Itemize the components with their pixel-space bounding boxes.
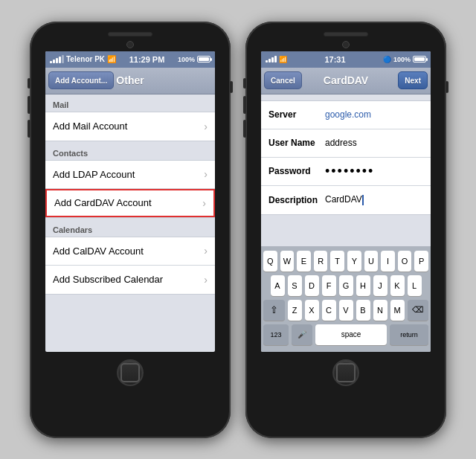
speaker-2 [324, 32, 368, 36]
server-row[interactable]: Server google.com [261, 101, 431, 129]
password-label: Password [268, 166, 325, 176]
key-j[interactable]: J [373, 275, 387, 296]
speaker-1 [108, 32, 152, 36]
key-q[interactable]: Q [263, 251, 277, 272]
password-row[interactable]: Password •••••••• [261, 158, 431, 186]
battery-pct-1: 100% [178, 56, 195, 63]
key-g[interactable]: G [339, 275, 353, 296]
key-n[interactable]: N [373, 300, 387, 321]
key-i[interactable]: I [381, 251, 395, 272]
key-l[interactable]: L [408, 275, 422, 296]
server-label: Server [268, 109, 325, 120]
description-row[interactable]: Description CardDAV [261, 186, 431, 214]
camera-1 [126, 41, 134, 48]
carddav-form: Server google.com User Name address Pass… [261, 94, 431, 227]
key-u[interactable]: U [364, 251, 379, 272]
time-1: 11:29 PM [129, 55, 165, 64]
section-label-contacts: Contacts [45, 143, 215, 160]
keyboard-row-4: 123 🎤 space return [263, 324, 428, 345]
carrier-1: Telenor PK [66, 55, 105, 63]
key-a[interactable]: A [271, 275, 285, 296]
username-label: User Name [268, 138, 325, 148]
key-y[interactable]: Y [347, 251, 361, 272]
password-value: •••••••• [325, 164, 423, 179]
nav-title-1: Other [116, 74, 144, 86]
key-p[interactable]: P [414, 251, 428, 272]
key-t[interactable]: T [330, 251, 344, 272]
key-b[interactable]: B [356, 300, 370, 321]
key-e[interactable]: E [297, 251, 311, 272]
phone-2: 📶 17:31 🔵 100% Cancel CardDAV Next [245, 22, 446, 438]
key-f[interactable]: F [322, 275, 336, 296]
chevron-icon-subscribed: › [204, 274, 208, 286]
username-value: address [325, 138, 423, 148]
space-key[interactable]: space [315, 324, 387, 345]
key-o[interactable]: O [398, 251, 412, 272]
server-value: google.com [325, 109, 423, 120]
chevron-icon-carddav: › [202, 197, 206, 209]
keyboard-row-3: ⇧ Z X C V B N M ⌫ [263, 300, 428, 321]
key-z[interactable]: Z [288, 300, 302, 321]
home-button-2[interactable] [332, 359, 359, 386]
contacts-group: Add LDAP Account › Add CardDAV Account › [45, 160, 215, 218]
time-2: 17:31 [324, 55, 345, 64]
screen-2: 📶 17:31 🔵 100% Cancel CardDAV Next [261, 51, 431, 352]
key-d[interactable]: D [305, 275, 319, 296]
description-value: CardDAV [325, 194, 423, 205]
key-w[interactable]: W [280, 251, 295, 272]
keyboard: Q W E R T Y U I O P A S D F G [261, 246, 431, 352]
section-label-calendars: Calendars [45, 219, 215, 237]
camera-2 [342, 41, 350, 48]
username-row[interactable]: User Name address [261, 129, 431, 158]
calendars-group: Add CalDAV Account › Add Subscribed Cale… [45, 237, 215, 295]
key-v[interactable]: V [339, 300, 353, 321]
section-label-mail: Mail [45, 94, 215, 112]
phone-1: Telenor PK 📶 11:29 PM 100% Add Account..… [30, 22, 231, 438]
nav-bar-2: Cancel CardDAV Next [261, 68, 431, 94]
key-h[interactable]: H [356, 275, 370, 296]
mail-group: Add Mail Account › [45, 112, 215, 141]
mic-key[interactable]: 🎤 [292, 324, 312, 345]
delete-key[interactable]: ⌫ [408, 300, 429, 321]
home-button-1[interactable] [117, 359, 144, 386]
chevron-icon-caldav: › [204, 245, 208, 257]
key-x[interactable]: X [305, 300, 319, 321]
status-bar-1: Telenor PK 📶 11:29 PM 100% [45, 51, 215, 68]
add-subscribed-item[interactable]: Add Subscribed Calendar › [45, 266, 215, 294]
description-label: Description [268, 195, 325, 205]
keyboard-row-1: Q W E R T Y U I O P [263, 251, 428, 272]
key-m[interactable]: M [390, 300, 405, 321]
settings-list-1: Mail Add Mail Account › Contacts Add LDA… [45, 94, 215, 296]
back-button-1[interactable]: Add Account... [48, 71, 114, 89]
chevron-icon-ldap: › [204, 168, 208, 180]
add-ldap-item[interactable]: Add LDAP Account › [45, 161, 215, 189]
add-mail-account-item[interactable]: Add Mail Account › [45, 112, 215, 141]
numbers-key[interactable]: 123 [263, 324, 289, 345]
text-cursor [362, 195, 364, 205]
chevron-icon: › [204, 121, 208, 132]
next-button[interactable]: Next [398, 71, 428, 89]
battery-pct-2: 100% [393, 56, 411, 63]
return-key[interactable]: return [390, 324, 428, 345]
nav-title-2: CardDAV [324, 74, 368, 86]
key-k[interactable]: K [390, 275, 405, 296]
screen-1: Telenor PK 📶 11:29 PM 100% Add Account..… [45, 51, 215, 352]
add-carddav-item[interactable]: Add CardDAV Account › [45, 189, 215, 217]
key-s[interactable]: S [288, 275, 302, 296]
add-caldav-item[interactable]: Add CalDAV Account › [45, 237, 215, 266]
cancel-button[interactable]: Cancel [264, 71, 302, 89]
nav-bar-1: Add Account... Other [45, 68, 215, 94]
keyboard-row-2: A S D F G H J K L [263, 275, 428, 296]
key-c[interactable]: C [322, 300, 336, 321]
key-r[interactable]: R [314, 251, 328, 272]
shift-key[interactable]: ⇧ [263, 300, 285, 321]
form-fields-group: Server google.com User Name address Pass… [261, 100, 431, 215]
status-bar-2: 📶 17:31 🔵 100% [261, 51, 431, 68]
